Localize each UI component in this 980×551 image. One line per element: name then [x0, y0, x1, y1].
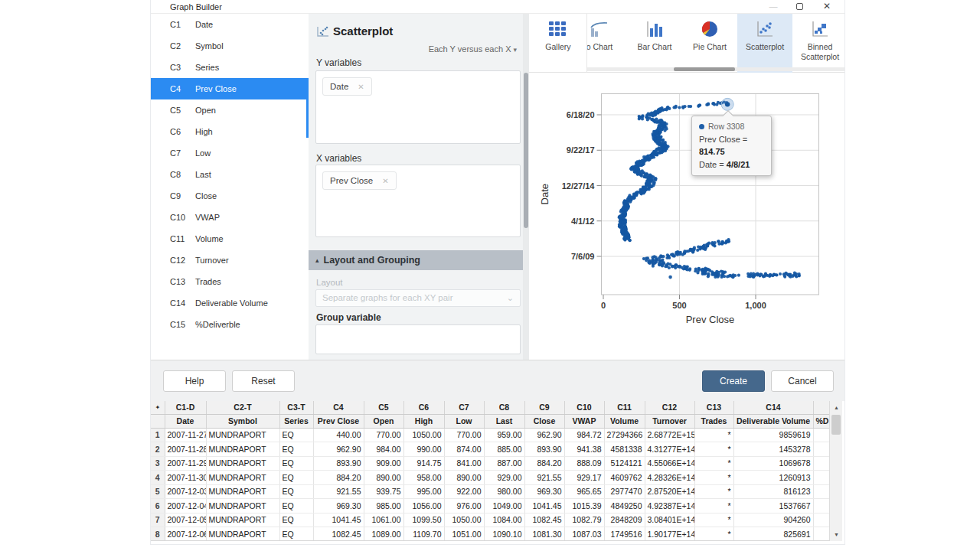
- table-cell[interactable]: 959.00: [484, 428, 524, 442]
- column-item-c1[interactable]: C1Date: [151, 14, 309, 35]
- table-cell[interactable]: 921.55: [524, 471, 564, 485]
- table-cell[interactable]: 1749516: [604, 527, 645, 542]
- table-cell[interactable]: EQ: [279, 471, 313, 485]
- table-cell[interactable]: MUNDRAPORT: [206, 428, 279, 442]
- column-name-header[interactable]: Series: [279, 414, 313, 428]
- table-cell[interactable]: 939.75: [364, 484, 403, 499]
- table-cell[interactable]: EQ: [279, 499, 313, 514]
- column-header[interactable]: C11: [604, 401, 645, 414]
- table-cell[interactable]: 816123: [733, 484, 813, 499]
- table-cell[interactable]: *: [694, 471, 733, 485]
- table-cell[interactable]: 1082.79: [564, 513, 604, 527]
- table-cell[interactable]: 893.90: [313, 456, 364, 471]
- column-item-c10[interactable]: C10VWAP: [151, 207, 309, 228]
- table-scrollbar-thumb[interactable]: [831, 415, 841, 435]
- row-number[interactable]: 3: [151, 456, 165, 471]
- group-variable-box[interactable]: [315, 324, 521, 354]
- table-cell[interactable]: MUNDRAPORT: [206, 513, 279, 527]
- table-cell[interactable]: 2.68772E+15: [645, 428, 694, 442]
- column-item-c3[interactable]: C3Series: [151, 57, 309, 78]
- table-cell[interactable]: 770.00: [364, 428, 403, 442]
- column-header[interactable]: C14: [733, 401, 813, 414]
- row-number[interactable]: 4: [151, 471, 165, 485]
- table-cell[interactable]: 885.00: [484, 442, 524, 457]
- layout-select[interactable]: Separate graphs for each XY pair ⌄: [315, 289, 521, 307]
- table-cell[interactable]: 1089.00: [364, 527, 403, 542]
- column-item-c7[interactable]: C7Low: [151, 142, 309, 164]
- table-cell[interactable]: 5124121: [604, 456, 645, 471]
- column-name-header[interactable]: Deliverable Volume: [733, 414, 813, 428]
- cancel-button[interactable]: Cancel: [771, 370, 834, 392]
- table-cell[interactable]: 4.92387E+14: [645, 499, 694, 514]
- column-name-header[interactable]: High: [403, 414, 444, 428]
- table-cell[interactable]: 770.00: [444, 428, 484, 442]
- table-cell[interactable]: 825691: [733, 527, 813, 542]
- table-cell[interactable]: 1082.45: [313, 527, 364, 542]
- table-cell[interactable]: 1084.00: [484, 513, 524, 527]
- table-cell[interactable]: [813, 513, 829, 527]
- table-cell[interactable]: 1069678: [733, 456, 813, 471]
- table-cell[interactable]: 1015.39: [564, 499, 604, 514]
- table-cell[interactable]: 874.00: [444, 442, 484, 457]
- table-cell[interactable]: 922.00: [444, 484, 484, 499]
- column-header[interactable]: C2-T: [206, 401, 279, 414]
- table-cell[interactable]: 1109.70: [403, 527, 444, 542]
- table-cell[interactable]: 4609762: [604, 471, 645, 485]
- table-scrollbar[interactable]: ▲ ▼: [829, 401, 842, 541]
- table-cell[interactable]: [813, 527, 829, 542]
- table-cell[interactable]: 4.55066E+14: [645, 456, 694, 471]
- builder-scrollbar[interactable]: [523, 14, 529, 360]
- table-cell[interactable]: 984.00: [364, 442, 403, 457]
- table-cell[interactable]: 1050.00: [444, 513, 484, 527]
- chart-type-tile-pie[interactable]: Pie Chart: [682, 14, 737, 73]
- table-cell[interactable]: 1041.45: [313, 513, 364, 527]
- column-header[interactable]: C10: [564, 401, 604, 414]
- table-cell[interactable]: *: [694, 428, 733, 442]
- table-cell[interactable]: 921.55: [313, 484, 364, 499]
- column-name-header[interactable]: Prev Close: [313, 414, 364, 428]
- builder-scrollbar-thumb[interactable]: [524, 73, 528, 228]
- column-name-header[interactable]: Volume: [604, 414, 645, 428]
- column-name-header[interactable]: Open: [364, 414, 403, 428]
- column-header[interactable]: C9: [524, 401, 564, 414]
- table-cell[interactable]: MUNDRAPORT: [206, 471, 279, 485]
- table-cell[interactable]: 929.00: [484, 471, 524, 485]
- table-cell[interactable]: 909.00: [364, 456, 403, 471]
- table-cell[interactable]: 1041.45: [524, 499, 564, 514]
- table-cell[interactable]: 1051.00: [444, 527, 484, 542]
- column-item-c15[interactable]: C15%Deliverble: [151, 314, 309, 335]
- table-cell[interactable]: 4.31277E+14: [645, 442, 694, 457]
- column-item-c8[interactable]: C8Last: [151, 164, 309, 185]
- row-number[interactable]: 7: [151, 513, 165, 527]
- table-cell[interactable]: MUNDRAPORT: [206, 527, 279, 542]
- table-cell[interactable]: 1049.00: [484, 499, 524, 514]
- column-name-header[interactable]: Date: [165, 414, 206, 428]
- table-cell[interactable]: 1090.10: [484, 527, 524, 542]
- pair-mode-dropdown[interactable]: Each Y versus each X▾: [429, 44, 517, 54]
- table-cell[interactable]: 2007-11-28: [165, 442, 206, 457]
- table-cell[interactable]: EQ: [279, 428, 313, 442]
- table-cell[interactable]: 2007-12-06: [165, 527, 206, 542]
- restore-button[interactable]: [789, 0, 809, 14]
- table-cell[interactable]: 888.09: [564, 456, 604, 471]
- column-header[interactable]: C7: [444, 401, 484, 414]
- table-cell[interactable]: 1099.50: [403, 513, 444, 527]
- column-item-c9[interactable]: C9Close: [151, 185, 309, 207]
- chip-remove-icon[interactable]: ✕: [358, 83, 364, 91]
- table-cell[interactable]: 2007-12-03: [165, 484, 206, 499]
- table-cell[interactable]: 2848209: [604, 513, 645, 527]
- chip-remove-icon[interactable]: ✕: [382, 177, 388, 185]
- column-header[interactable]: C12: [645, 401, 694, 414]
- table-cell[interactable]: 2977470: [604, 484, 645, 499]
- table-cell[interactable]: 2007-11-27: [165, 428, 206, 442]
- table-cell[interactable]: 929.17: [564, 471, 604, 485]
- table-cell[interactable]: EQ: [279, 456, 313, 471]
- chart-type-tile-pareto[interactable]: o Chart: [587, 14, 627, 73]
- chart-type-tile-gallery[interactable]: Gallery: [531, 14, 586, 73]
- column-header[interactable]: [813, 401, 829, 414]
- table-cell[interactable]: 890.00: [364, 471, 403, 485]
- table-cell[interactable]: *: [694, 513, 733, 527]
- table-cell[interactable]: [813, 499, 829, 514]
- table-cell[interactable]: 890.00: [444, 471, 484, 485]
- table-cell[interactable]: 27294366: [604, 428, 645, 442]
